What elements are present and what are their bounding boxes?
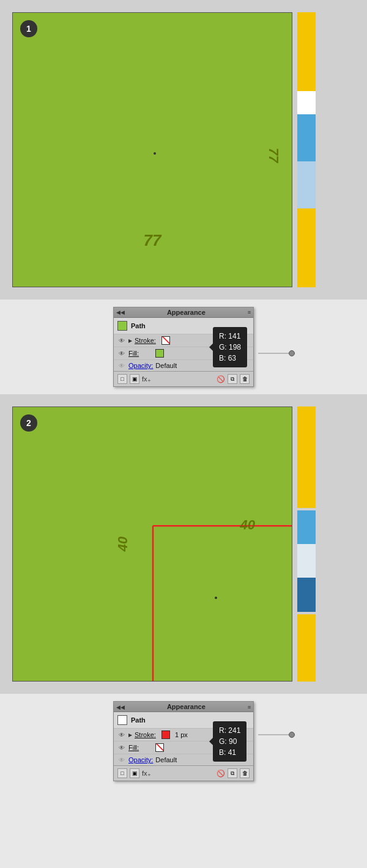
panel-titlebar-left: ◀◀ [116,309,125,315]
object-name-2: Path [131,716,146,724]
tooltip-g-1: G: 198 [219,342,241,353]
label-77-center: 77 [144,231,161,250]
eye-fill-2: 👁 [117,745,126,751]
toolbar-fx-1[interactable]: fx₊ [142,375,151,383]
toolbar-del-1[interactable]: 🗑 [240,374,250,384]
connector-line-1 [258,353,291,354]
eye-opacity-2: 👁 [117,757,126,763]
panel-title-1: Appearance [167,309,206,316]
tooltip-g-2: G: 90 [219,736,240,747]
connector-line-2 [258,735,291,735]
color-strips-1 [297,12,316,287]
panel-toolbar-1: □ ▣ fx₊ 🚫 ⧉ 🗑 [114,371,253,386]
stroke-label-2[interactable]: Stroke: [135,731,159,738]
toolbar-del-2[interactable]: 🗑 [240,768,250,778]
toolbar-dup-1[interactable]: ⧉ [228,374,237,384]
strip-2-y1 [297,406,316,508]
strip-2-b2 [297,578,316,611]
color-strips-2 [297,406,316,682]
strip-yellow-1 [297,12,316,91]
panel-titlebar-controls-1: ≡ [248,309,251,315]
panel-titlebar-2: ◀◀ Appearance ≡ [114,702,253,712]
canvas-section-1: 1 77 77 [0,0,367,300]
tooltip-b-2: B: 41 [219,747,240,758]
object-swatch-1 [117,321,127,331]
toolbar-square-2[interactable]: □ [117,768,127,778]
panel-title-2: Appearance [167,703,206,710]
tooltip-r-1: R: 141 [219,331,241,342]
panel-toolbar-2: □ ▣ fx₊ 🚫 ⧉ 🗑 [114,765,253,781]
eye-opacity-1: 👁 [117,362,126,369]
panel-wrapper-2: ◀◀ Appearance ≡ Path 👁 ▶ Stroke: 1 px 👁 [0,694,367,789]
opacity-label-2[interactable]: Opacity: [128,756,153,763]
fill-swatch-1[interactable] [155,349,164,358]
fill-label-1[interactable]: Fill: [128,350,153,357]
opacity-label-1[interactable]: Opacity: [128,362,153,369]
object-swatch-2 [117,715,127,725]
strip-blue1-1 [297,114,316,161]
artboard-2: 2 40 40 [12,406,292,682]
stroke-px-2: 1 px [175,731,188,738]
artboard-1: 1 77 77 [12,12,292,287]
panel-menu-btn-2[interactable]: ≡ [248,704,251,710]
object-name-1: Path [131,322,146,329]
eye-fill-1: 👁 [117,350,126,357]
panel-menu-btn-1[interactable]: ≡ [248,309,251,315]
dot-2 [215,597,217,599]
badge-2: 2 [20,414,37,432]
stroke-label-1[interactable]: Stroke: [135,337,159,344]
opacity-value-1: Default [155,362,177,369]
strip-2-y2 [297,614,316,682]
arrow-stroke-2: ▶ [128,732,132,738]
stroke-swatch-2[interactable] [161,730,170,739]
eye-stroke-1: 👁 [117,337,126,344]
tooltip-r-2: R: 241 [219,725,240,736]
toolbar-no-1[interactable]: 🚫 [217,375,225,383]
panel-titlebar-1: ◀◀ Appearance ≡ [114,307,253,318]
eye-stroke-2: 👁 [117,732,126,738]
strip-blue2-1 [297,161,316,208]
strip-white-1 [297,91,316,115]
fill-swatch-2[interactable] [155,743,164,752]
panel-collapse-btn-2[interactable]: ◀◀ [116,704,125,710]
panel-collapse-btn-1[interactable]: ◀◀ [116,309,125,315]
connector-circle-2 [289,732,295,738]
label-40-top: 40 [240,517,255,533]
strip-2-w1 [297,544,316,578]
panel-titlebar-left-2: ◀◀ [116,703,125,710]
toolbar-square2-1[interactable]: ▣ [130,374,139,384]
toolbar-dup-2[interactable]: ⧉ [228,768,237,778]
toolbar-no-2[interactable]: 🚫 [217,770,225,778]
tooltip-2: R: 241 G: 90 B: 41 [213,721,247,762]
toolbar-square2-2[interactable]: ▣ [130,768,139,778]
opacity-value-2: Default [155,756,177,763]
panel-titlebar-controls-2: ≡ [248,703,251,710]
canvas-section-2: 2 40 40 [0,394,367,694]
fill-label-2[interactable]: Fill: [128,744,153,751]
strip-yellow2-1 [297,208,316,287]
toolbar-fx-2[interactable]: fx₊ [142,770,151,778]
red-path-svg [13,407,292,681]
strip-2-b1 [297,510,316,544]
tooltip-1: R: 141 G: 198 B: 63 [213,327,247,367]
stroke-swatch-1[interactable] [161,336,170,345]
panel-wrapper-1: ◀◀ Appearance ≡ Path 👁 ▶ Stroke: 👁 Fill: [0,300,367,394]
badge-1: 1 [20,20,37,37]
tooltip-b-1: B: 63 [219,353,241,364]
connector-circle-1 [289,350,295,356]
toolbar-square-1[interactable]: □ [117,374,127,384]
label-77-corner: 77 [265,148,281,163]
arrow-stroke-1: ▶ [128,338,132,344]
dot-1 [154,152,156,155]
label-40-side: 40 [115,537,131,551]
